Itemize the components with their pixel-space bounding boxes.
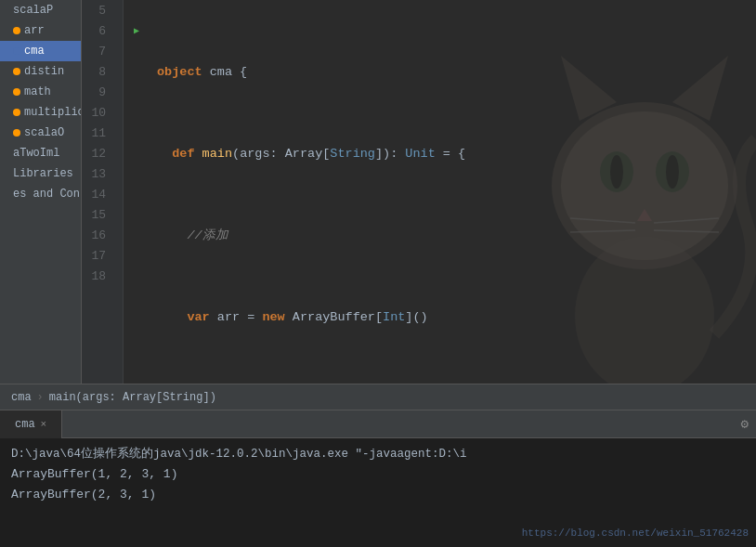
line-num-6: 6 (82, 21, 113, 42)
run-placeholder-17 (124, 246, 150, 267)
paren-open: ( (232, 144, 240, 164)
type-unit: Unit (405, 144, 435, 164)
run-placeholder-9 (124, 83, 150, 103)
param-args: args: Array[ (240, 144, 330, 164)
equals-brace: = { (436, 144, 465, 164)
run-placeholder-18 (124, 267, 150, 287)
breadcrumb-bar: cma › main(args: Array[String]) (0, 384, 756, 410)
dot-icon (13, 47, 20, 55)
line-num-17: 17 (82, 246, 113, 267)
indent (157, 144, 172, 164)
keyword-object: object (157, 62, 210, 83)
run-button-6[interactable]: ▶ (124, 21, 150, 42)
sidebar-item-label: arr (24, 24, 45, 37)
line-num-11: 11 (82, 124, 113, 144)
sidebar: scalaP arr cma distin math multiplica sc… (0, 0, 82, 384)
sidebar-item-label: distin (24, 65, 64, 78)
code-line-6: def main ( args: Array[ String ]): Unit … (157, 144, 756, 164)
terminal-output: D:\java\64位操作系统的java\jdk-12.0.2\bin\java… (0, 438, 756, 547)
dot-icon (13, 129, 20, 137)
run-placeholder-11 (124, 124, 150, 144)
run-placeholder-16 (124, 226, 150, 246)
code-line-8: var arr = new ArrayBuffer[ Int ]() (157, 307, 756, 328)
gear-icon[interactable]: ⚙ (741, 416, 749, 432)
keyword-var: var (187, 307, 216, 328)
sidebar-item-label: math (24, 85, 51, 98)
sidebar-item-label: cma (24, 45, 45, 58)
sidebar-item-scalap[interactable]: scalaP (0, 0, 81, 20)
run-placeholder-14 (124, 185, 150, 205)
class-name: cma { (210, 62, 248, 83)
code-lines: object cma { def main ( args: Array[ Str… (150, 0, 756, 384)
breadcrumb-method: main(args: Array[String]) (49, 391, 216, 404)
terminal-line-3: ArrayBuffer(2, 3, 1) (11, 485, 745, 505)
line-num-7: 7 (82, 42, 113, 62)
line-num-14: 14 (82, 185, 113, 205)
line-num-9: 9 (82, 83, 113, 103)
sidebar-item-label: aTwoIml (13, 147, 59, 160)
watermark: https://blog.csdn.net/weixin_51762428 (522, 523, 749, 543)
var-arr: arr = (217, 307, 263, 328)
line-num-8: 8 (82, 62, 113, 83)
keyword-new: new (262, 307, 292, 328)
line-num-5: 5 (82, 1, 113, 21)
sidebar-item-distin[interactable]: distin (0, 61, 81, 82)
terminal-line-1: D:\java\64位操作系统的java\jdk-12.0.2\bin\java… (11, 444, 745, 464)
run-placeholder-12 (124, 144, 150, 164)
terminal-tab-label: cma (15, 418, 35, 431)
run-gutter: ▶ (124, 0, 150, 384)
type-int: Int (383, 307, 405, 328)
dot-icon (13, 27, 20, 34)
line-num-16: 16 (82, 226, 113, 246)
breadcrumb-file: cma (11, 391, 32, 404)
sidebar-item-multiplica[interactable]: multiplica (0, 102, 81, 123)
terminal-line-2: ArrayBuffer(1, 2, 3, 1) (11, 464, 745, 485)
sidebar-item-arr[interactable]: arr (0, 20, 81, 41)
terminal-tabs: cma × ⚙ (0, 410, 756, 438)
comment-add: //添加 (157, 226, 228, 246)
line-num-18: 18 (82, 267, 113, 287)
terminal-tab-cma[interactable]: cma × (0, 410, 62, 438)
run-placeholder-15 (124, 205, 150, 226)
run-placeholder-5 (124, 1, 150, 21)
run-placeholder-8 (124, 62, 150, 83)
dot-icon (13, 88, 20, 96)
code-line-7: //添加 (157, 226, 756, 246)
method-main: main (202, 144, 232, 164)
constructor-close: ]() (405, 307, 427, 328)
run-placeholder-13 (124, 164, 150, 185)
terminal-area: cma × ⚙ D:\java\64位操作系统的java\jdk-12.0.2\… (0, 410, 756, 547)
line-num-15: 15 (82, 205, 113, 226)
dot-icon (13, 109, 20, 116)
sidebar-item-scalao[interactable]: scalaO (0, 123, 81, 143)
code-line-5: object cma { (157, 62, 756, 83)
code-content: 5 6 7 8 9 10 11 12 13 14 15 16 17 18 ▶ (82, 0, 756, 384)
sidebar-item-label: scalaO (24, 126, 64, 139)
sidebar-item-label: multiplica (24, 106, 81, 119)
sidebar-item-atwo[interactable]: aTwoIml (0, 143, 81, 163)
sidebar-item-label: es and Cons (13, 188, 81, 201)
sidebar-item-label: Libraries (13, 167, 73, 180)
close-tab-button[interactable]: × (41, 419, 47, 430)
sidebar-item-math[interactable]: math (0, 82, 81, 102)
breadcrumb-separator: › (37, 391, 44, 404)
type-string: String (330, 144, 375, 164)
sidebar-item-escons[interactable]: es and Cons (0, 184, 81, 204)
code-area: 5 6 7 8 9 10 11 12 13 14 15 16 17 18 ▶ (82, 0, 756, 384)
sidebar-item-label: scalaP (13, 4, 53, 17)
indent (157, 307, 187, 328)
sidebar-item-cma[interactable]: cma (0, 41, 81, 61)
run-placeholder-7 (124, 42, 150, 62)
keyword-def: def (172, 144, 202, 164)
run-placeholder-10 (124, 103, 150, 124)
sidebar-item-libraries[interactable]: Libraries (0, 163, 81, 184)
param-close: ]): (375, 144, 405, 164)
line-numbers: 5 6 7 8 9 10 11 12 13 14 15 16 17 18 (82, 0, 124, 384)
dot-icon (13, 68, 20, 75)
line-num-10: 10 (82, 103, 113, 124)
arraybuffer-type: ArrayBuffer[ (293, 307, 383, 328)
main-area: scalaP arr cma distin math multiplica sc… (0, 0, 756, 384)
line-num-13: 13 (82, 164, 113, 185)
line-num-12: 12 (82, 144, 113, 164)
